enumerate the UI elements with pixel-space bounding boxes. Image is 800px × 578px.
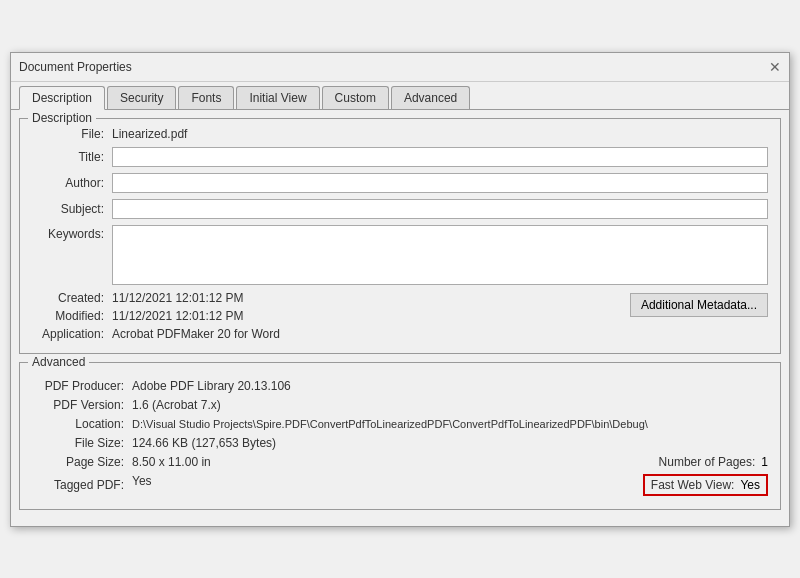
dates-section: Created: 11/12/2021 12:01:12 PM Modified…: [32, 291, 630, 345]
title-bar: Document Properties ✕: [11, 53, 789, 82]
advanced-section: Advanced PDF Producer: Adobe PDF Library…: [19, 362, 781, 510]
page-size-multi: 8.50 x 11.00 in Number of Pages: 1: [132, 455, 768, 469]
application-label: Application:: [32, 327, 112, 341]
tab-security[interactable]: Security: [107, 86, 176, 109]
advanced-section-label: Advanced: [28, 355, 89, 369]
modified-row: Modified: 11/12/2021 12:01:12 PM: [32, 309, 630, 323]
document-properties-window: Document Properties ✕ Description Securi…: [10, 52, 790, 527]
tab-content: Description File: Linearized.pdf Title: …: [11, 110, 789, 526]
additional-metadata-button[interactable]: Additional Metadata...: [630, 293, 768, 317]
num-pages-label: Number of Pages:: [659, 455, 756, 469]
modified-value: 11/12/2021 12:01:12 PM: [112, 309, 243, 323]
tab-description[interactable]: Description: [19, 86, 105, 110]
pdf-version-row: PDF Version: 1.6 (Acrobat 7.x): [32, 398, 768, 412]
location-row: Location: D:\Visual Studio Projects\Spir…: [32, 417, 768, 431]
tab-initial-view[interactable]: Initial View: [236, 86, 319, 109]
file-label: File:: [32, 127, 112, 141]
close-button[interactable]: ✕: [769, 59, 781, 75]
pdf-producer-label: PDF Producer:: [32, 379, 132, 393]
tagged-pdf-label: Tagged PDF:: [32, 478, 132, 492]
keywords-input[interactable]: [112, 225, 768, 285]
created-row: Created: 11/12/2021 12:01:12 PM: [32, 291, 630, 305]
file-size-value: 124.66 KB (127,653 Bytes): [132, 436, 768, 450]
page-size-label: Page Size:: [32, 455, 132, 469]
pdf-producer-row: PDF Producer: Adobe PDF Library 20.13.10…: [32, 379, 768, 393]
title-input[interactable]: [112, 147, 768, 167]
num-pages-group: Number of Pages: 1: [659, 455, 768, 469]
keywords-label: Keywords:: [32, 225, 112, 241]
created-value: 11/12/2021 12:01:12 PM: [112, 291, 243, 305]
fast-web-view-label: Fast Web View:: [651, 478, 735, 492]
subject-input[interactable]: [112, 199, 768, 219]
created-label: Created:: [32, 291, 112, 305]
description-section-label: Description: [28, 111, 96, 125]
author-label: Author:: [32, 176, 112, 190]
modified-label: Modified:: [32, 309, 112, 323]
file-size-row: File Size: 124.66 KB (127,653 Bytes): [32, 436, 768, 450]
location-value: D:\Visual Studio Projects\Spire.PDF\Conv…: [132, 418, 768, 430]
subject-row: Subject:: [32, 199, 768, 219]
tagged-pdf-value: Yes: [132, 474, 613, 496]
page-size-row: Page Size: 8.50 x 11.00 in Number of Pag…: [32, 455, 768, 469]
file-row: File: Linearized.pdf: [32, 127, 768, 141]
tab-bar: Description Security Fonts Initial View …: [11, 82, 789, 110]
subject-label: Subject:: [32, 202, 112, 216]
location-label: Location:: [32, 417, 132, 431]
advanced-grid: PDF Producer: Adobe PDF Library 20.13.10…: [32, 371, 768, 496]
title-row: Title:: [32, 147, 768, 167]
tagged-pdf-row: Tagged PDF: Yes Fast Web View: Yes: [32, 474, 768, 496]
pdf-version-label: PDF Version:: [32, 398, 132, 412]
metadata-row: Created: 11/12/2021 12:01:12 PM Modified…: [32, 291, 768, 345]
tab-advanced[interactable]: Advanced: [391, 86, 470, 109]
page-size-value: 8.50 x 11.00 in: [132, 455, 629, 469]
fast-web-view-value: Yes: [740, 478, 760, 492]
author-row: Author:: [32, 173, 768, 193]
keywords-row: Keywords:: [32, 225, 768, 285]
fast-web-view-group: Fast Web View: Yes: [643, 474, 768, 496]
application-value: Acrobat PDFMaker 20 for Word: [112, 327, 280, 341]
tab-fonts[interactable]: Fonts: [178, 86, 234, 109]
author-input[interactable]: [112, 173, 768, 193]
application-row: Application: Acrobat PDFMaker 20 for Wor…: [32, 327, 630, 341]
window-title: Document Properties: [19, 60, 132, 74]
description-section: Description File: Linearized.pdf Title: …: [19, 118, 781, 354]
tagged-pdf-multi: Yes Fast Web View: Yes: [132, 474, 768, 496]
file-size-label: File Size:: [32, 436, 132, 450]
pdf-producer-value: Adobe PDF Library 20.13.106: [132, 379, 768, 393]
file-value: Linearized.pdf: [112, 127, 768, 141]
title-label: Title:: [32, 150, 112, 164]
pdf-version-value: 1.6 (Acrobat 7.x): [132, 398, 768, 412]
num-pages-value: 1: [761, 455, 768, 469]
tab-custom[interactable]: Custom: [322, 86, 389, 109]
